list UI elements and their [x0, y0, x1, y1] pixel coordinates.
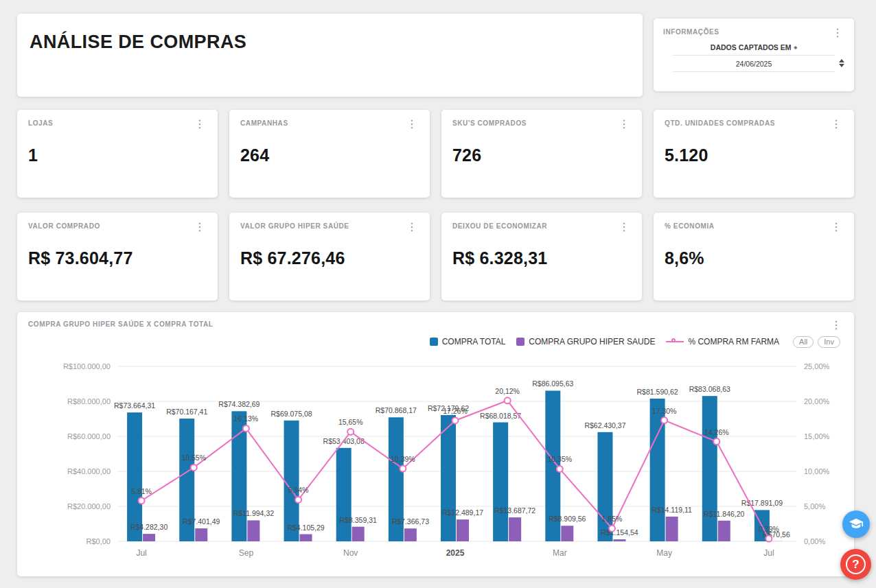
kpi-value: 264: [240, 145, 419, 165]
inv-button[interactable]: Inv: [818, 336, 840, 348]
kebab-menu-icon[interactable]: ⋮: [831, 28, 844, 38]
blue-square-icon: [430, 338, 438, 346]
svg-text:15,65%: 15,65%: [338, 418, 363, 426]
svg-text:0,39%: 0,39%: [759, 525, 779, 533]
svg-text:R$4.282,30: R$4.282,30: [130, 523, 168, 531]
kpi-label: SKU'S COMPRADOS: [452, 119, 527, 127]
up-down-arrows-icon[interactable]: [839, 59, 844, 67]
kebab-menu-icon[interactable]: ⋮: [193, 119, 207, 129]
date-filter-value: 24/06/2025: [736, 60, 772, 68]
kebab-menu-icon[interactable]: ⋮: [617, 222, 631, 232]
legend-label: COMPRA GRUPO HIPER SAUDE: [529, 337, 655, 346]
kebab-menu-icon[interactable]: ⋮: [829, 320, 843, 330]
kpi-card-campanhas: CAMPANHAS⋮ 264: [229, 110, 430, 198]
svg-text:14,26%: 14,26%: [704, 428, 729, 436]
purple-square-icon: [516, 338, 525, 346]
svg-text:R$14.119,11: R$14.119,11: [652, 506, 692, 514]
svg-text:R$8.359,31: R$8.359,31: [340, 516, 377, 524]
kpi-card-deixou-de-economizar: DEIXOU DE ECONOMIZAR⋮ R$ 6.328,31: [441, 213, 642, 301]
kpi-card-valor-grupo-hiper-saude: VALOR GRUPO HIPER SAÚDE⋮ R$ 67.276,46: [229, 213, 430, 301]
svg-text:R$80.000,00: R$80.000,00: [67, 397, 111, 405]
svg-text:17,30%: 17,30%: [652, 407, 677, 415]
date-filter-label: DADOS CAPTADOS EM: [711, 43, 792, 51]
kpi-card-pct-economia: % ECONOMIA⋮ 8,6%: [654, 213, 854, 301]
kebab-menu-icon[interactable]: ⋮: [617, 119, 631, 129]
chart-card: COMPRA GRUPO HIPER SAÚDE X COMPRA TOTAL …: [17, 312, 854, 576]
svg-text:Jul: Jul: [136, 548, 146, 558]
svg-text:R$13.687,72: R$13.687,72: [494, 506, 535, 515]
svg-text:5,94%: 5,94%: [288, 486, 309, 494]
info-card: INFORMAÇÕES ⋮ DADOS CAPTADOS EM◆ 24/06/2…: [654, 19, 854, 91]
svg-text:R$73.664,31: R$73.664,31: [114, 401, 155, 410]
sort-icon: ◆: [794, 45, 798, 49]
svg-text:20,00%: 20,00%: [804, 397, 830, 405]
kpi-label: CAMPANHAS: [240, 119, 288, 127]
kpi-value: 5.120: [665, 145, 843, 165]
svg-text:R$7.401,49: R$7.401,49: [183, 517, 220, 526]
svg-text:Jul: Jul: [763, 548, 774, 558]
svg-text:R$60.000,00: R$60.000,00: [67, 432, 111, 440]
kpi-card-lojas: LOJAS⋮ 1: [17, 110, 218, 198]
line-marker-icon: [666, 338, 684, 346]
kebab-menu-icon[interactable]: ⋮: [193, 222, 207, 232]
kpi-card-qtd-unidades: QTD. UNIDADES COMPRADAS⋮ 5.120: [654, 110, 854, 198]
kpi-label: VALOR COMPRADO: [28, 222, 100, 230]
chart-legend: COMPRA TOTAL COMPRA GRUPO HIPER SAUDE % …: [28, 334, 843, 349]
date-filter-value-row[interactable]: 24/06/2025: [673, 56, 835, 72]
all-button[interactable]: All: [793, 336, 814, 348]
kpi-label: QTD. UNIDADES COMPRADAS: [665, 119, 775, 127]
kpi-label: % ECONOMIA: [665, 222, 715, 230]
question-mark-icon: ?: [846, 554, 866, 574]
date-filter[interactable]: DADOS CAPTADOS EM◆ 24/06/2025: [673, 43, 835, 72]
kebab-menu-icon[interactable]: ⋮: [829, 222, 843, 232]
kebab-menu-icon[interactable]: ⋮: [829, 119, 843, 129]
chart-title: COMPRA GRUPO HIPER SAÚDE X COMPRA TOTAL: [28, 320, 214, 328]
svg-text:R$20.000,00: R$20.000,00: [67, 502, 111, 510]
purchase-comparison-chart[interactable]: R$0,00R$20.000,00R$40.000,00R$60.000,00R…: [28, 351, 843, 578]
svg-text:1,85%: 1,85%: [602, 515, 623, 523]
info-card-label: INFORMAÇÕES: [663, 28, 719, 36]
help-button[interactable]: ?: [840, 549, 871, 580]
kpi-label: LOJAS: [28, 119, 53, 127]
page-title: ANÁLISE DE COMPRAS: [30, 32, 630, 53]
svg-text:20,12%: 20,12%: [495, 387, 520, 395]
svg-text:10,39%: 10,39%: [391, 455, 415, 463]
legend-label: % COMPRA RM FARMA: [688, 337, 779, 346]
svg-text:5,81%: 5,81%: [131, 487, 152, 495]
svg-text:May: May: [656, 548, 672, 558]
svg-text:R$8.909,56: R$8.909,56: [549, 515, 586, 523]
kpi-value: R$ 6.328,31: [452, 248, 631, 268]
svg-text:R$11.994,32: R$11.994,32: [233, 509, 275, 517]
legend-pct-compra-rm-farma[interactable]: % COMPRA RM FARMA: [666, 337, 779, 346]
kebab-menu-icon[interactable]: ⋮: [405, 119, 419, 129]
svg-text:R$81.590,62: R$81.590,62: [637, 388, 678, 396]
kpi-label: VALOR GRUPO HIPER SAÚDE: [240, 222, 349, 230]
svg-text:10,35%: 10,35%: [547, 455, 572, 463]
svg-text:R$100.000,00: R$100.000,00: [63, 362, 111, 371]
svg-text:R$11.846,20: R$11.846,20: [704, 510, 745, 518]
svg-text:5,00%: 5,00%: [804, 502, 825, 510]
kpi-value: 1: [28, 145, 207, 165]
kebab-menu-icon[interactable]: ⋮: [405, 222, 419, 232]
legend-label: COMPRA TOTAL: [442, 337, 506, 346]
kpi-card-valor-comprado: VALOR COMPRADO⋮ R$ 73.604,77: [17, 213, 218, 301]
legend-compra-total[interactable]: COMPRA TOTAL: [430, 337, 506, 346]
svg-text:25,00%: 25,00%: [804, 362, 830, 371]
svg-text:R$69.075,08: R$69.075,08: [270, 410, 312, 418]
kpi-value: 8,6%: [665, 248, 843, 268]
svg-text:R$74.382,69: R$74.382,69: [218, 400, 260, 408]
svg-text:R$4.105,29: R$4.105,29: [287, 524, 324, 532]
legend-compra-grupo-hiper-saude[interactable]: COMPRA GRUPO HIPER SAUDE: [516, 337, 655, 346]
svg-text:R$1.154,54: R$1.154,54: [601, 528, 638, 537]
svg-text:Sep: Sep: [239, 548, 254, 558]
education-button[interactable]: [842, 510, 870, 538]
svg-text:R$68.018,57: R$68.018,57: [480, 412, 521, 420]
svg-text:R$70.167,41: R$70.167,41: [166, 408, 207, 416]
svg-text:R$7.366,73: R$7.366,73: [392, 517, 429, 526]
svg-text:R$83.068,63: R$83.068,63: [689, 385, 730, 393]
svg-text:Nov: Nov: [343, 548, 358, 558]
svg-text:R$0,00: R$0,00: [87, 537, 111, 545]
svg-text:R$62.430,37: R$62.430,37: [584, 421, 625, 430]
graduation-cap-icon: [849, 517, 864, 532]
kpi-value: 726: [452, 145, 631, 165]
